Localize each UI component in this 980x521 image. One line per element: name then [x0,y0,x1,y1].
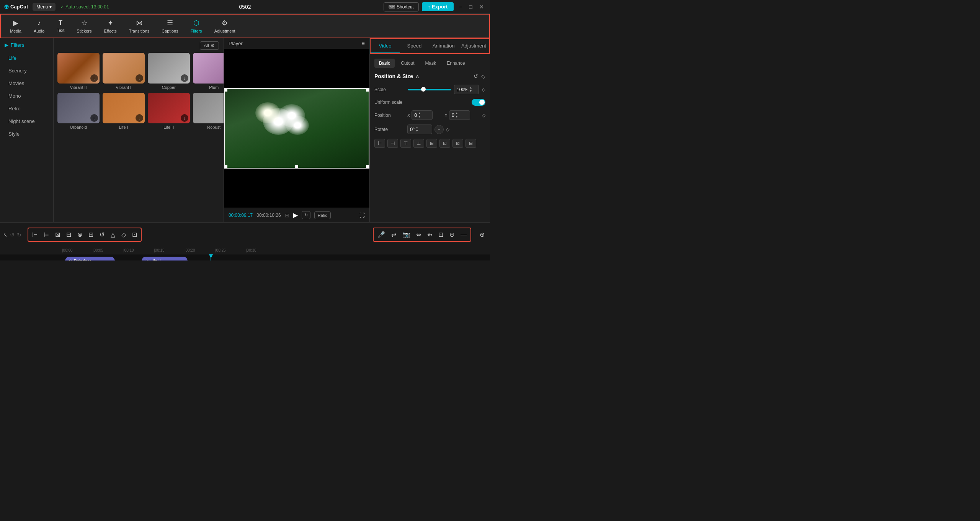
filter-category-retro[interactable]: Retro [2,103,51,115]
undo-timeline-button[interactable]: ↺ [10,232,15,238]
mirror-button[interactable]: △ [108,230,118,239]
filter-copper[interactable]: ↓ Copper [148,53,190,90]
filter-vibrant1[interactable]: ↓ Vibrant I [103,53,145,90]
position-x-input[interactable]: 0 ▲ ▼ [412,110,433,120]
redo-timeline-button[interactable]: ↻ [17,232,21,238]
tool-text[interactable]: T Text [51,17,70,35]
grid-button[interactable]: ⊡ [130,230,139,239]
camera-button[interactable]: 📷 [400,230,412,239]
tool-adjustment[interactable]: ⚙ Adjustment [209,16,241,36]
filter-category-life[interactable]: Life [2,52,51,64]
split-button[interactable]: ⊩ [30,230,40,239]
subtab-mask[interactable]: Mask [421,59,441,68]
align-center-h-button[interactable]: ⊣ [387,139,398,148]
y-up-button[interactable]: ▲ [455,112,458,115]
download-icon[interactable]: ↓ [90,114,98,122]
tab-video[interactable]: Video [371,39,400,53]
minimize-button[interactable]: − [457,3,464,11]
undo-button[interactable]: ↺ [474,73,478,79]
scale-keyframe-button[interactable]: ◇ [482,87,485,92]
subtab-basic[interactable]: Basic [374,59,395,68]
tab-speed[interactable]: Speed [400,39,429,53]
tool-transitions[interactable]: ⋈ Transitions [124,16,155,36]
shortcut-button[interactable]: ⌨ Shortcut [384,2,419,11]
link-button[interactable]: ⇄ [389,230,399,239]
subtab-enhance[interactable]: Enhance [442,59,469,68]
filter-category-scenery[interactable]: Scenery [2,65,51,77]
playhead[interactable] [211,254,211,260]
align-right-button[interactable]: ⊤ [400,139,411,148]
split2-button[interactable]: ⇹ [425,230,434,239]
download-icon[interactable]: ↓ [181,74,188,82]
menu-button[interactable]: Menu ▾ [33,3,56,11]
download-icon[interactable]: ↓ [181,114,188,122]
zoom-slider-button[interactable]: — [458,230,469,239]
tool-audio[interactable]: ♪ Audio [28,17,50,36]
filter-urbanoid[interactable]: ↓ Urbanoid [57,93,100,129]
crop-button[interactable]: ⊠ [53,230,62,239]
close-button[interactable]: ✕ [477,3,486,11]
fullscreen-button[interactable]: ⛶ [359,212,365,218]
filter-category-night-scene[interactable]: Night scene [2,115,51,127]
scale-slider-thumb[interactable] [421,87,426,92]
filter-vibrant2[interactable]: ↓ Vibrant II [57,53,100,90]
y-down-button[interactable]: ▼ [455,115,458,118]
rotate-circle-button[interactable]: − [434,125,444,134]
align-center-v-button[interactable]: ⊞ [426,139,437,148]
align-distribute-v-button[interactable]: ⊟ [466,139,476,148]
filter-chip-life2[interactable]: ⟳ Life II [142,257,188,260]
download-icon[interactable]: ↓ [90,74,98,82]
trim-button[interactable]: ⊨ [41,230,51,239]
align-top-button[interactable]: ⊥ [413,139,424,148]
select-tool-button[interactable]: ↖ [3,232,8,238]
filter-chip-reindeer[interactable]: ⟳ Reindeer [65,257,115,260]
diamond-reset-button[interactable]: ◇ [481,73,485,79]
tool-stickers[interactable]: ☆ Stickers [71,16,97,36]
download-icon[interactable]: ↓ [136,74,143,82]
tool-captions[interactable]: ☰ Captions [156,16,183,36]
rotate-input[interactable]: 0° ▲ ▼ [407,125,432,134]
rotate-keyframe-button[interactable]: ◇ [446,127,449,132]
tool-media[interactable]: ▶ Media [5,16,27,36]
align-bottom-button[interactable]: ⊡ [439,139,450,148]
play-button[interactable]: ▶ [293,211,298,219]
position-keyframe-button[interactable]: ◇ [482,113,485,118]
x-up-button[interactable]: ▲ [418,112,421,115]
tab-animation[interactable]: Animation [429,39,458,53]
download-icon[interactable]: ↓ [136,114,143,122]
zoom-out-button[interactable]: ⊖ [447,230,457,239]
caption-button[interactable]: ⊡ [436,230,446,239]
scale-slider[interactable] [408,89,451,90]
filter-category-style[interactable]: Style [2,128,51,140]
filter-category-mono[interactable]: Mono [2,90,51,102]
mask-tool-button[interactable]: ⊗ [75,230,85,239]
subtab-cutout[interactable]: Cutout [396,59,419,68]
add-track-button[interactable]: ⊕ [477,230,487,239]
loop-button[interactable]: ↻ [302,211,310,219]
shape-button[interactable]: ◇ [119,230,128,239]
delete-button[interactable]: ⊟ [64,230,74,239]
rotate-up-button[interactable]: ▲ [415,126,418,129]
tool-filters[interactable]: ⬡ Filters [185,16,207,36]
scale-down-button[interactable]: ▼ [469,90,472,93]
tool-effects[interactable]: ✦ Effects [98,16,122,36]
rotate-tool-button[interactable]: ↺ [97,230,107,239]
align-distribute-h-button[interactable]: ⊠ [452,139,463,148]
filter-robust[interactable]: ↓ Robust [193,93,224,129]
player-menu-icon[interactable]: ≡ [362,41,365,46]
scale-up-button[interactable]: ▲ [469,86,472,89]
sync-button[interactable]: ⇔ [414,230,423,239]
align-left-button[interactable]: ⊢ [374,139,385,148]
filter-plum[interactable]: ↓ Plum [193,53,224,90]
filter-category-movies[interactable]: Movies [2,77,51,89]
maximize-button[interactable]: □ [467,3,475,11]
filter-life1[interactable]: ↓ Life I [103,93,145,129]
position-y-input[interactable]: 0 ▲ ▼ [449,110,470,120]
tab-adjustment[interactable]: Adjustment [458,39,489,53]
filter-life2[interactable]: ↓ Life II [148,93,190,129]
resize-button[interactable]: ⊞ [86,230,96,239]
export-button[interactable]: ↑ Export [422,2,454,11]
all-filters-button[interactable]: All ⚙ [200,41,219,50]
rotate-down-button[interactable]: ▼ [415,129,418,133]
x-down-button[interactable]: ▼ [418,115,421,118]
